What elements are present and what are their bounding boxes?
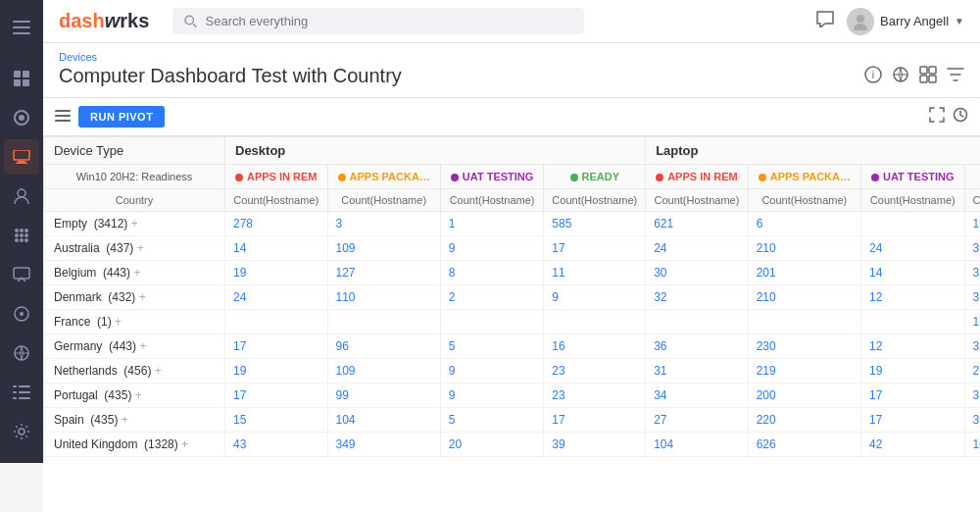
table-cell[interactable] (646, 310, 749, 334)
table-cell[interactable]: 19 (225, 359, 328, 384)
table-cell[interactable]: 1 (964, 310, 980, 334)
expand-icon[interactable]: + (137, 241, 144, 255)
table-cell[interactable]: 34 (646, 384, 749, 408)
sidebar-item-dashboard[interactable] (4, 61, 39, 96)
table-cell[interactable]: 17 (225, 384, 328, 408)
expand-icon[interactable]: + (131, 217, 138, 230)
table-cell[interactable]: 30 (964, 236, 980, 261)
table-cell[interactable]: 11 (544, 261, 646, 285)
table-cell[interactable]: 36 (646, 334, 749, 359)
table-cell[interactable]: 17 (861, 384, 965, 408)
table-cell[interactable]: 109 (327, 359, 440, 384)
table-cell[interactable]: 621 (646, 212, 749, 236)
filter-icon[interactable] (947, 67, 964, 86)
run-pivot-button[interactable]: RUN PIVOT (78, 106, 165, 128)
breadcrumb[interactable]: Devices (59, 51, 964, 63)
table-cell[interactable]: 14 (861, 261, 965, 285)
table-cell[interactable]: 278 (225, 212, 328, 236)
sidebar-item-activity[interactable] (4, 100, 39, 135)
globe-icon[interactable] (892, 66, 909, 87)
table-cell[interactable]: 19 (225, 261, 328, 285)
table-cell[interactable]: 200 (748, 384, 860, 408)
table-cell[interactable]: 104 (327, 408, 440, 433)
table-cell[interactable]: 12 (861, 285, 965, 310)
table-cell[interactable] (748, 310, 860, 334)
table-cell[interactable] (440, 310, 544, 334)
info-icon[interactable]: i (864, 66, 882, 87)
table-cell[interactable] (861, 212, 965, 236)
table-cell[interactable]: 96 (327, 334, 440, 359)
table-cell[interactable]: 19 (861, 359, 965, 384)
table-cell[interactable]: 201 (748, 261, 860, 285)
table-wrapper[interactable]: Device Type Desktop Laptop Win10 20H2: R… (43, 136, 980, 512)
sidebar-item-list[interactable] (4, 375, 39, 410)
expand-icon[interactable]: + (155, 364, 162, 378)
table-cell[interactable]: 104 (646, 433, 749, 457)
table-cell[interactable]: 27 (964, 359, 980, 384)
table-cell[interactable]: 30 (646, 261, 749, 285)
expand-icon[interactable]: + (139, 339, 146, 353)
table-cell[interactable]: 99 (327, 384, 440, 408)
table-cell[interactable]: 1 (440, 212, 544, 236)
table-cell[interactable]: 2 (440, 285, 544, 310)
table-cell[interactable]: 24 (861, 236, 965, 261)
table-cell[interactable]: 23 (544, 384, 646, 408)
expand-icon[interactable]: + (181, 437, 188, 451)
table-cell[interactable]: 5 (440, 334, 544, 359)
table-cell[interactable]: 1918 (964, 212, 980, 236)
table-cell[interactable]: 12 (861, 334, 965, 359)
table-cell[interactable]: 210 (748, 236, 860, 261)
sidebar-item-messages[interactable] (4, 257, 39, 292)
table-cell[interactable]: 105 (964, 433, 980, 457)
sidebar-item-devices[interactable] (4, 139, 39, 175)
grid-icon[interactable] (919, 66, 937, 87)
table-cell[interactable]: 27 (646, 408, 749, 433)
sidebar-item-globe[interactable] (4, 335, 39, 371)
table-cell[interactable]: 5 (440, 408, 544, 433)
table-cell[interactable]: 9 (440, 359, 544, 384)
table-cell[interactable]: 30 (964, 408, 980, 433)
sidebar-item-apps[interactable] (4, 218, 39, 253)
table-cell[interactable]: 109 (327, 236, 440, 261)
table-cell[interactable]: 33 (964, 261, 980, 285)
table-cell[interactable]: 42 (861, 433, 965, 457)
table-cell[interactable]: 36 (964, 384, 980, 408)
table-cell[interactable]: 9 (544, 285, 646, 310)
expand-icon[interactable]: + (122, 413, 128, 427)
sidebar-item-reports[interactable] (4, 296, 39, 332)
table-cell[interactable]: 626 (748, 433, 860, 457)
table-cell[interactable]: 43 (225, 433, 328, 457)
table-cell[interactable]: 127 (327, 261, 440, 285)
table-cell[interactable]: 32 (646, 285, 749, 310)
table-cell[interactable]: 39 (544, 433, 646, 457)
history-icon[interactable] (953, 107, 968, 127)
sidebar-menu-icon[interactable] (4, 10, 39, 45)
table-cell[interactable]: 24 (646, 236, 749, 261)
table-cell[interactable]: 20 (440, 433, 544, 457)
table-cell[interactable]: 15 (225, 408, 328, 433)
table-cell[interactable]: 33 (964, 285, 980, 310)
toolbar-menu-icon[interactable] (55, 108, 71, 126)
table-cell[interactable]: 31 (646, 359, 749, 384)
table-cell[interactable]: 23 (544, 359, 646, 384)
table-cell[interactable]: 110 (327, 285, 440, 310)
table-cell[interactable]: 17 (544, 236, 646, 261)
table-cell[interactable]: 220 (748, 408, 860, 433)
chat-icon[interactable] (815, 10, 835, 32)
table-cell[interactable]: 210 (748, 285, 860, 310)
table-cell[interactable]: 16 (544, 334, 646, 359)
table-cell[interactable]: 230 (748, 334, 860, 359)
table-cell[interactable]: 9 (440, 236, 544, 261)
expand-icon[interactable]: + (139, 290, 146, 304)
table-cell[interactable]: 24 (225, 285, 328, 310)
table-cell[interactable]: 9 (440, 384, 544, 408)
table-cell[interactable]: 8 (440, 261, 544, 285)
table-cell[interactable]: 6 (748, 212, 860, 236)
user-menu[interactable]: Barry Angell ▼ (847, 8, 964, 35)
table-cell[interactable]: 3 (327, 212, 440, 236)
table-cell[interactable]: 17 (861, 408, 965, 433)
table-cell[interactable]: 17 (225, 334, 328, 359)
table-cell[interactable]: 14 (225, 236, 328, 261)
table-cell[interactable]: 585 (544, 212, 646, 236)
search-input[interactable] (206, 14, 573, 28)
